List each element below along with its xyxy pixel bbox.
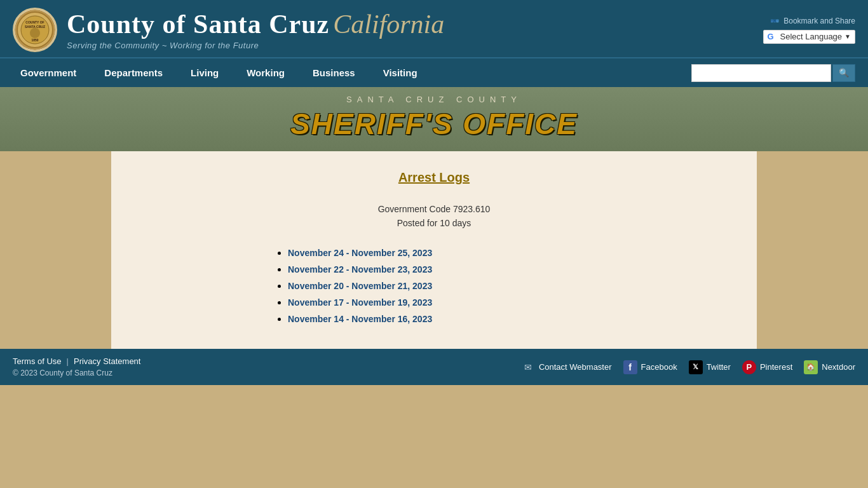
list-item: November 24 - November 25, 2023 — [288, 247, 593, 259]
site-footer: Terms of Use | Privacy Statement © 2023 … — [0, 349, 868, 385]
county-seal: COUNTY OF SANTA CRUZ 1850 — [13, 8, 57, 52]
sheriff-banner: SANTA CRUZ COUNTY SHERIFF'S OFFICE — [0, 87, 868, 151]
translate-arrow-icon: ▼ — [844, 33, 851, 40]
sheriff-county-text: SANTA CRUZ COUNTY — [13, 95, 855, 104]
nav-item-business[interactable]: Business — [299, 58, 369, 87]
arrest-log-link-2[interactable]: November 22 - November 23, 2023 — [288, 264, 432, 274]
arrest-log-link-3[interactable]: November 20 - November 21, 2023 — [288, 281, 432, 291]
main-content: Arrest Logs Government Code 7923.610 Pos… — [111, 151, 757, 349]
arrest-log-link-4[interactable]: November 17 - November 19, 2023 — [288, 297, 432, 308]
google-icon: G — [768, 32, 778, 42]
footer-copyright: © 2023 County of Santa Cruz — [13, 369, 140, 377]
pinterest-link[interactable]: P Pinterest — [742, 360, 792, 374]
arrest-log-link-5[interactable]: November 14 - November 16, 2023 — [288, 314, 432, 324]
page-title: Arrest Logs — [124, 170, 744, 185]
list-item: November 17 - November 19, 2023 — [288, 297, 593, 308]
language-selector[interactable]: G Select Language ▼ — [763, 30, 856, 44]
bookmark-share-icon — [771, 16, 781, 26]
list-item: November 14 - November 16, 2023 — [288, 313, 593, 325]
search-input[interactable] — [691, 64, 831, 82]
search-area: 🔍 — [685, 60, 862, 86]
nextdoor-link[interactable]: 🏠 Nextdoor — [804, 360, 855, 374]
header-title-area: County of Santa Cruz California Serving … — [67, 9, 444, 50]
nav-item-visiting[interactable]: Visiting — [369, 58, 431, 87]
site-header: COUNTY OF SANTA CRUZ 1850 County of Sant… — [0, 0, 868, 87]
site-subtitle: Serving the Community ~ Working for the … — [67, 41, 444, 50]
navigation-bar: Government Departments Living Working Bu… — [0, 57, 868, 87]
nextdoor-icon: 🏠 — [804, 360, 818, 374]
footer-links: Terms of Use | Privacy Statement — [13, 356, 140, 366]
pinterest-label: Pinterest — [760, 362, 792, 372]
svg-point-5 — [30, 28, 40, 38]
twitter-label: Twitter — [707, 362, 731, 372]
list-item: November 20 - November 21, 2023 — [288, 280, 593, 292]
contact-webmaster-label: Contact Webmaster — [539, 362, 612, 372]
header-top-right: Bookmark and Share G Select Language ▼ — [763, 16, 856, 44]
posted-text: Posted for 10 days — [124, 218, 744, 228]
footer-divider: | — [67, 356, 69, 366]
bookmark-share[interactable]: Bookmark and Share — [771, 16, 855, 26]
bookmark-label: Bookmark and Share — [783, 17, 855, 25]
svg-text:1850: 1850 — [31, 38, 38, 42]
logo-area: COUNTY OF SANTA CRUZ 1850 County of Sant… — [13, 8, 444, 52]
envelope-icon: ✉ — [521, 360, 535, 374]
list-item: November 22 - November 23, 2023 — [288, 264, 593, 275]
footer-right: ✉ Contact Webmaster f Facebook 𝕏 Twitter… — [521, 360, 855, 374]
nav-items: Government Departments Living Working Bu… — [6, 58, 685, 87]
facebook-icon: f — [623, 360, 637, 374]
twitter-icon: 𝕏 — [689, 360, 703, 374]
sheriff-office-text: SHERIFF'S OFFICE — [13, 107, 855, 141]
privacy-statement-link[interactable]: Privacy Statement — [74, 356, 141, 366]
footer-left: Terms of Use | Privacy Statement © 2023 … — [13, 356, 140, 377]
facebook-link[interactable]: f Facebook — [623, 360, 677, 374]
site-title-cursive: California — [333, 9, 444, 39]
gov-code-text: Government Code 7923.610 — [124, 204, 744, 214]
nav-item-government[interactable]: Government — [6, 58, 90, 87]
facebook-label: Facebook — [641, 362, 677, 372]
pinterest-icon: P — [742, 360, 756, 374]
contact-webmaster-link[interactable]: ✉ Contact Webmaster — [521, 360, 612, 374]
site-title: County of Santa Cruz — [67, 10, 329, 39]
nextdoor-label: Nextdoor — [822, 362, 855, 372]
twitter-link[interactable]: 𝕏 Twitter — [689, 360, 731, 374]
nav-item-working[interactable]: Working — [233, 58, 299, 87]
search-button[interactable]: 🔍 — [832, 64, 855, 82]
nav-item-departments[interactable]: Departments — [90, 58, 177, 87]
terms-of-use-link[interactable]: Terms of Use — [13, 356, 62, 366]
arrest-log-link-1[interactable]: November 24 - November 25, 2023 — [288, 248, 432, 258]
arrest-log-list: November 24 - November 25, 2023 November… — [275, 247, 593, 325]
search-icon: 🔍 — [839, 68, 849, 78]
translate-label: Select Language — [780, 32, 843, 41]
nav-item-living[interactable]: Living — [177, 58, 233, 87]
svg-text:COUNTY OF: COUNTY OF — [25, 20, 44, 24]
